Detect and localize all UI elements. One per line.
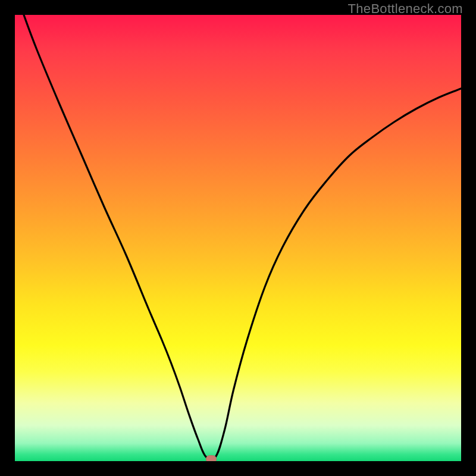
plot-area: [15, 15, 461, 461]
attribution-text: TheBottleneck.com: [348, 1, 463, 17]
curve-svg: [15, 15, 461, 461]
bottleneck-curve: [15, 15, 461, 460]
chart-frame: TheBottleneck.com: [0, 0, 476, 476]
